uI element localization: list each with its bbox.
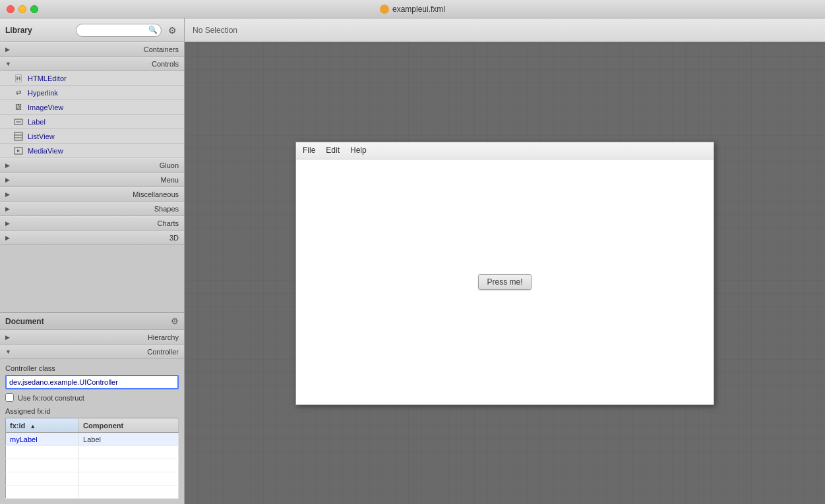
preview-content: Press me! bbox=[296, 159, 714, 405]
controller-class-input[interactable] bbox=[5, 375, 179, 389]
document-gear-button[interactable]: ⚙ bbox=[171, 316, 179, 326]
fxid-table: fx:id ▲ Component myLabel Label bbox=[5, 418, 179, 499]
sidebar-item-htmleditor[interactable]: H HTMLEditor bbox=[0, 71, 184, 86]
design-canvas[interactable]: File Edit Help Press me! bbox=[185, 42, 825, 504]
htmleditor-icon: H bbox=[13, 73, 24, 84]
component-cell bbox=[79, 459, 179, 472]
sidebar-item-imageview[interactable]: 🖼 ImageView bbox=[0, 100, 184, 115]
press-me-button[interactable]: Press me! bbox=[478, 274, 531, 290]
table-row bbox=[6, 486, 179, 499]
content-topbar: No Selection bbox=[185, 18, 825, 42]
search-wrapper: 🔍 bbox=[76, 24, 162, 37]
library-header: Library 🔍 ⚙ bbox=[0, 18, 184, 42]
containers-arrow: ▶ bbox=[5, 46, 10, 53]
table-row: myLabel Label bbox=[6, 433, 179, 446]
close-button[interactable] bbox=[7, 5, 15, 13]
sidebar-item-listview[interactable]: ListView bbox=[0, 129, 184, 144]
hierarchy-arrow: ▶ bbox=[5, 334, 10, 341]
hyperlink-icon: ⇄ bbox=[13, 88, 24, 98]
menu-header[interactable]: ▶ Menu bbox=[0, 173, 184, 187]
threed-section: ▶ 3D bbox=[0, 231, 184, 245]
hierarchy-row[interactable]: ▶ Hierarchy bbox=[0, 330, 184, 345]
sidebar-item-hyperlink[interactable]: ⇄ Hyperlink bbox=[0, 86, 184, 100]
label-icon bbox=[13, 117, 24, 127]
table-row bbox=[6, 446, 179, 459]
window-title: exampleui.fxml bbox=[392, 5, 445, 14]
fxid-cell bbox=[6, 486, 79, 499]
gluon-label: Gluon bbox=[14, 161, 179, 169]
charts-section: ▶ Charts bbox=[0, 216, 184, 231]
sidebar: Library 🔍 ⚙ ▶ Containers ▼ Controls bbox=[0, 18, 185, 504]
listview-icon bbox=[13, 131, 24, 142]
hierarchy-label: Hierarchy bbox=[14, 333, 179, 341]
imageview-label: ImageView bbox=[28, 103, 63, 111]
controller-area: Controller class Use fx:root construct bbox=[0, 359, 184, 407]
mediaview-label: MediaView bbox=[28, 147, 63, 155]
charts-header[interactable]: ▶ Charts bbox=[0, 216, 184, 231]
edit-menu[interactable]: Edit bbox=[326, 146, 340, 155]
threed-arrow: ▶ bbox=[5, 235, 10, 241]
menu-section: ▶ Menu bbox=[0, 173, 184, 187]
controller-label: Controller bbox=[15, 348, 179, 356]
misc-section: ▶ Miscellaneous bbox=[0, 187, 184, 202]
shapes-header[interactable]: ▶ Shapes bbox=[0, 202, 184, 216]
maximize-button[interactable] bbox=[30, 5, 38, 13]
file-menu[interactable]: File bbox=[303, 146, 315, 155]
misc-label: Miscellaneous bbox=[14, 190, 179, 198]
controls-header[interactable]: ▼ Controls bbox=[0, 57, 184, 71]
use-fxroot-checkbox[interactable] bbox=[5, 393, 14, 402]
containers-header[interactable]: ▶ Containers bbox=[0, 42, 184, 57]
minimize-button[interactable] bbox=[18, 5, 26, 13]
use-fxroot-label: Use fx:root construct bbox=[18, 394, 84, 402]
controller-arrow: ▼ bbox=[5, 349, 11, 355]
label-item-label: Label bbox=[28, 118, 46, 126]
mediaview-icon bbox=[13, 146, 24, 156]
misc-header[interactable]: ▶ Miscellaneous bbox=[0, 187, 184, 202]
window-controls bbox=[7, 5, 38, 13]
component-column-header[interactable]: Component bbox=[79, 418, 179, 433]
help-menu[interactable]: Help bbox=[350, 146, 367, 155]
shapes-section: ▶ Shapes bbox=[0, 202, 184, 216]
svg-rect-2 bbox=[15, 132, 22, 140]
title-text: exampleui.fxml bbox=[380, 5, 445, 14]
gluon-header[interactable]: ▶ Gluon bbox=[0, 158, 184, 173]
controller-class-label: Controller class bbox=[5, 364, 179, 372]
controller-row[interactable]: ▼ Controller bbox=[0, 345, 184, 359]
no-selection-text: No Selection bbox=[193, 26, 237, 35]
listview-label: ListView bbox=[28, 132, 55, 140]
assigned-fxid-section: Assigned fx:id fx:id ▲ Component bbox=[0, 407, 184, 504]
document-title: Document bbox=[5, 317, 171, 326]
sort-arrow-icon: ▲ bbox=[30, 423, 36, 430]
main-area: Library 🔍 ⚙ ▶ Containers ▼ Controls bbox=[0, 18, 825, 504]
preview-menubar: File Edit Help bbox=[296, 142, 714, 159]
document-section: Document ⚙ ▶ Hierarchy ▼ Controller Cont… bbox=[0, 312, 184, 504]
sidebar-scroll-area[interactable]: ▶ Containers ▼ Controls H HTMLEditor bbox=[0, 42, 184, 312]
library-gear-button[interactable]: ⚙ bbox=[166, 24, 179, 37]
menu-arrow: ▶ bbox=[5, 177, 10, 183]
threed-header[interactable]: ▶ 3D bbox=[0, 231, 184, 245]
sidebar-item-label[interactable]: Label bbox=[0, 115, 184, 129]
hyperlink-label: Hyperlink bbox=[28, 89, 58, 97]
component-cell bbox=[79, 486, 179, 499]
document-header: Document ⚙ bbox=[0, 313, 184, 330]
controls-arrow: ▼ bbox=[5, 61, 11, 67]
controls-section: ▼ Controls H HTMLEditor ⇄ Hyperlink bbox=[0, 57, 184, 158]
component-cell bbox=[79, 446, 179, 459]
controls-label: Controls bbox=[15, 60, 179, 68]
shapes-label: Shapes bbox=[14, 205, 179, 213]
gluon-section: ▶ Gluon bbox=[0, 158, 184, 173]
gluon-arrow: ▶ bbox=[5, 162, 10, 169]
svg-marker-6 bbox=[17, 150, 20, 152]
fxid-cell bbox=[6, 472, 79, 486]
fxid-cell: myLabel bbox=[6, 433, 79, 446]
fxid-column-header[interactable]: fx:id ▲ bbox=[6, 418, 79, 433]
content-area: No Selection File Edit Help Press me! bbox=[185, 18, 825, 504]
threed-label: 3D bbox=[14, 234, 179, 242]
shapes-arrow: ▶ bbox=[5, 206, 10, 212]
component-cell: Label bbox=[79, 433, 179, 446]
fxid-cell bbox=[6, 459, 79, 472]
menu-label: Menu bbox=[14, 176, 179, 184]
containers-section: ▶ Containers bbox=[0, 42, 184, 57]
sidebar-item-mediaview[interactable]: MediaView bbox=[0, 144, 184, 158]
use-fxroot-row: Use fx:root construct bbox=[5, 393, 179, 402]
